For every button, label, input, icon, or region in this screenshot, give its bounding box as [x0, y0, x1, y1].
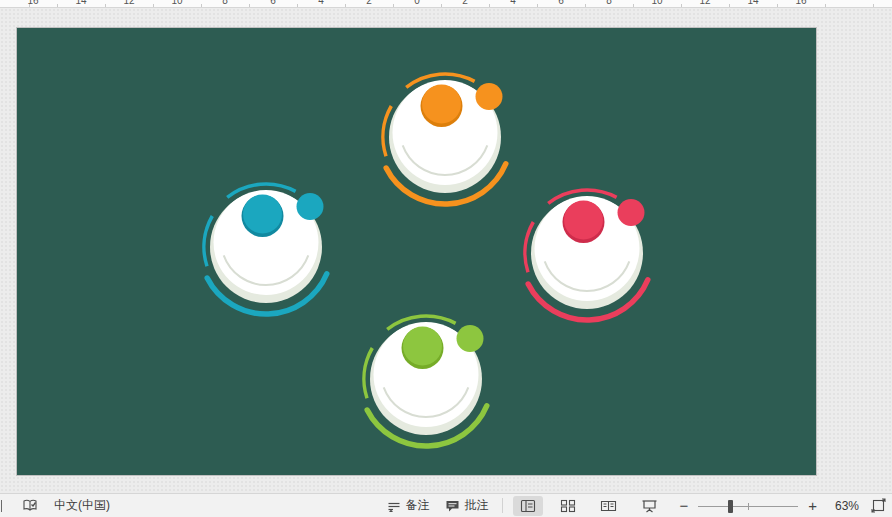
- ruler-label: 2: [462, 0, 468, 7]
- slideshow-icon: [641, 499, 658, 513]
- reading-view-button[interactable]: [593, 496, 624, 516]
- ruler-label: 8: [222, 0, 228, 7]
- zoom-slider-handle[interactable]: [728, 500, 733, 513]
- reading-view-icon: [600, 499, 617, 513]
- ruler-label: 6: [558, 0, 564, 7]
- slide[interactable]: [16, 27, 817, 476]
- comments-button[interactable]: 批注: [445, 497, 488, 514]
- shape-egg-teal[interactable]: [181, 167, 351, 337]
- comments-label: 批注: [464, 497, 488, 514]
- slide-sorter-icon: [560, 499, 576, 513]
- egg-graphic: [181, 167, 351, 337]
- zoom-slider-midpoint: [748, 503, 749, 510]
- zoom-in-button[interactable]: +: [808, 499, 817, 513]
- ruler[interactable]: 1614121086420246810121416: [0, 0, 892, 8]
- notes-label: 备注: [405, 497, 429, 514]
- normal-view-icon: [520, 499, 536, 513]
- egg-graphic: [341, 299, 511, 469]
- status-bar: 中文(中国) 备注 批注: [0, 493, 892, 517]
- ruler-label: 4: [318, 0, 324, 7]
- zoom-percentage[interactable]: 63%: [829, 499, 859, 513]
- ruler-label: 12: [123, 0, 134, 7]
- ruler-label: 2: [366, 0, 372, 7]
- ruler-label: 8: [606, 0, 612, 7]
- app-window: 1614121086420246810121416: [0, 0, 892, 517]
- separator: [502, 498, 503, 513]
- spellcheck-icon[interactable]: [22, 498, 38, 513]
- egg-graphic: [502, 173, 672, 343]
- ruler-label: 0: [414, 0, 420, 7]
- editing-workspace: [0, 8, 892, 493]
- zoom-out-button[interactable]: −: [679, 499, 688, 513]
- comment-icon: [445, 499, 460, 513]
- ruler-label: 16: [795, 0, 806, 7]
- fit-to-window-icon[interactable]: [871, 498, 886, 513]
- shape-egg-green[interactable]: [341, 299, 511, 469]
- ruler-label: 14: [75, 0, 86, 7]
- zoom-slider[interactable]: [698, 499, 798, 513]
- ruler-label: 16: [27, 0, 38, 7]
- shape-egg-red[interactable]: [502, 173, 672, 343]
- notes-icon: [387, 499, 401, 513]
- slideshow-button[interactable]: [634, 496, 665, 516]
- notes-button[interactable]: 备注: [387, 497, 429, 514]
- ruler-label: 10: [171, 0, 182, 7]
- ruler-label: 12: [699, 0, 710, 7]
- ruler-label: 14: [747, 0, 758, 7]
- ruler-label: 4: [510, 0, 516, 7]
- ruler-label: 10: [651, 0, 662, 7]
- ruler-label: 6: [270, 0, 276, 7]
- slide-sorter-button[interactable]: [553, 496, 583, 516]
- panel-toggle-icon[interactable]: [0, 500, 2, 512]
- normal-view-button[interactable]: [513, 496, 543, 516]
- language-indicator[interactable]: 中文(中国): [54, 497, 110, 514]
